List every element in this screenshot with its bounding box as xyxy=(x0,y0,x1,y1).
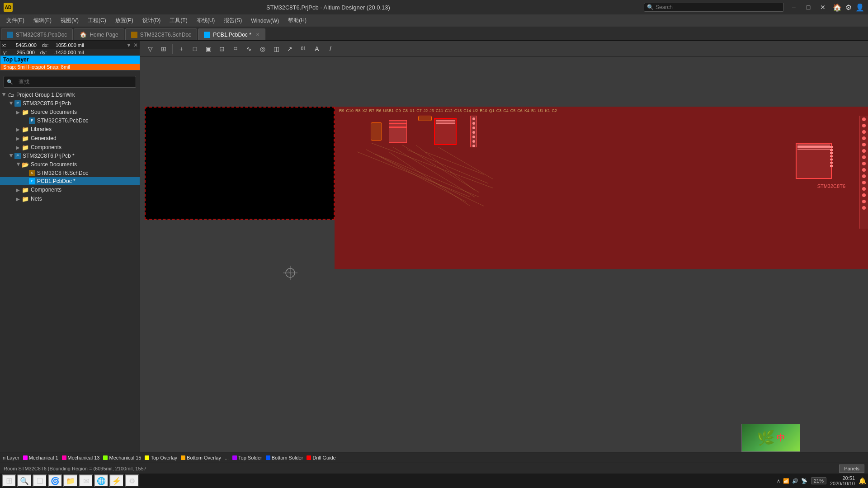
comp-c14: C14 xyxy=(463,108,471,113)
menu-item-h[interactable]: 帮助(H) xyxy=(283,16,311,25)
sidebar: 🔍 ▶ 🗂 Project Group 1.DsnWrk ▶ P STM32C8… xyxy=(0,57,140,463)
notification-button[interactable]: 🔔 xyxy=(859,477,866,484)
canvas-area[interactable]: R9 C10 R8 X2 R7 R6 USB1 C9 C8 X1 C7 J2 J… xyxy=(140,57,868,463)
region-tool[interactable]: ◫ xyxy=(270,42,283,55)
layer-mechanical1[interactable]: Mechanical 1 xyxy=(23,455,58,460)
close-button[interactable]: ✕ xyxy=(816,1,829,14)
pcb-design-area: R9 C10 R8 X2 R7 R6 USB1 C9 C8 X1 C7 J2 J… xyxy=(335,107,868,269)
minimize-button[interactable]: – xyxy=(788,1,800,14)
volume-icon[interactable]: 🔊 xyxy=(792,478,798,484)
tab-schdoc[interactable]: STM32C8T6.SchDoc xyxy=(125,28,197,40)
tree-item-gen1[interactable]: ▶ 📁 Generated xyxy=(0,134,140,143)
mail-button[interactable]: ✉ xyxy=(79,474,93,487)
menu-item-s[interactable]: 报告(S) xyxy=(219,16,246,25)
coords-close-icon[interactable]: ✕ xyxy=(133,42,138,48)
place-tool[interactable]: + xyxy=(175,42,188,55)
settings-icon[interactable]: ⚙ xyxy=(845,3,852,12)
circle-tool[interactable]: ◎ xyxy=(256,42,269,55)
y-coords-row: y: 265.000 dy: -1430.000 mil xyxy=(0,49,140,56)
coords-expand-icon[interactable]: ▼ xyxy=(126,42,132,48)
taskview-button[interactable]: ❑ xyxy=(33,474,47,487)
topoverlay-label: Top Overlay xyxy=(151,455,177,460)
arrow-nets: ▶ xyxy=(16,197,21,202)
layer-bottomoverlay[interactable]: Bottom Overlay xyxy=(181,455,221,460)
taskbar-right: ∧ 📶 🔊 📡 21% 20:51 2020/10/10 🔔 xyxy=(777,475,866,486)
svg-line-5 xyxy=(366,150,466,202)
browser-button[interactable]: 🌐 xyxy=(94,474,108,487)
search-input[interactable] xyxy=(656,4,764,10)
layer-bottomsolder[interactable]: Bottom Solder xyxy=(266,455,303,460)
comp-usb1: USB1 xyxy=(383,108,394,113)
tree-item-projgroup[interactable]: ▶ 🗂 Project Group 1.DsnWrk xyxy=(0,90,140,99)
bottomsolder-dot xyxy=(266,455,270,460)
grid-tool[interactable]: ⊟ xyxy=(216,42,228,55)
pcb1file-icon: P xyxy=(29,178,35,184)
menu-item-v[interactable]: 视图(V) xyxy=(56,16,83,25)
maximize-button[interactable]: □ xyxy=(802,1,815,14)
tree-item-proj2[interactable]: ▶ P STM32C8T6.PrjPcb * xyxy=(0,152,140,160)
tab-pcbdoc1[interactable]: STM32C8T6.PcbDoc xyxy=(1,28,73,40)
network-icon[interactable]: 📶 xyxy=(783,478,789,484)
schdoc1-label: STM32C8T6.SchDoc xyxy=(37,170,88,176)
altium-taskbar-button[interactable]: ⚡ xyxy=(109,474,124,487)
edge-browser-button[interactable]: 🌀 xyxy=(48,474,62,487)
titlebar: AD STM32C8T6.PrjPcb - Altium Designer (2… xyxy=(0,0,868,14)
number-tool[interactable]: 01 xyxy=(297,42,310,55)
svg-line-2 xyxy=(393,147,475,197)
menu-item-d[interactable]: 设计(D) xyxy=(138,16,165,25)
layer-mechanical13[interactable]: Mechanical 13 xyxy=(62,455,100,460)
tree-item-comp1[interactable]: ▶ 📁 Components xyxy=(0,143,140,152)
inspector-tool[interactable]: ⊞ xyxy=(157,42,170,55)
tree-item-libs1[interactable]: ▶ 📁 Libraries xyxy=(0,125,140,134)
menu-item-windoww[interactable]: Window(W) xyxy=(246,17,283,25)
tab-close-icon[interactable]: ✕ xyxy=(256,32,259,37)
start-button[interactable]: ⊞ xyxy=(2,474,16,487)
select-rect-tool[interactable]: □ xyxy=(189,42,201,55)
wave-tool[interactable]: ∿ xyxy=(243,42,255,55)
comp-c6: C6 xyxy=(517,108,523,113)
app-logo-icon: AD xyxy=(4,3,13,12)
tree-item-srcdocs1[interactable]: ▶ 📁 Source Documents xyxy=(0,108,140,117)
layer-topoverlay[interactable]: Top Overlay xyxy=(145,455,177,460)
menu-item-u[interactable]: 布线(U) xyxy=(192,16,220,25)
tab-homepage[interactable]: 🏠 Home Page xyxy=(74,28,124,40)
layer-topsolder[interactable]: Top Solder xyxy=(232,455,262,460)
route-tool[interactable]: ⌗ xyxy=(229,42,242,55)
menu-item-c[interactable]: 工程(C) xyxy=(83,16,111,25)
tree-item-pcb1file[interactable]: ▶ P PCB1.PcbDoc * xyxy=(0,177,140,185)
layer-mechanical15[interactable]: Mechanical 15 xyxy=(103,455,141,460)
filter-tool[interactable]: ▽ xyxy=(144,42,156,55)
home-nav-icon[interactable]: 🏠 xyxy=(833,3,842,12)
altium2-taskbar-button[interactable]: ⚙ xyxy=(125,474,139,487)
tree-item-nets[interactable]: ▶ 📁 Nets xyxy=(0,194,140,203)
tree-item-pcbdoc1[interactable]: ▶ P STM32C8T6.PcbDoc xyxy=(0,117,140,125)
layer-n[interactable]: n Layer xyxy=(3,455,19,460)
search-box[interactable]: 🔍 xyxy=(644,3,784,12)
tree-item-srcdocs2[interactable]: ▶ 📂 Source Documents xyxy=(0,160,140,169)
tab-pcb1[interactable]: PCB1.PcbDoc * ✕ xyxy=(198,28,265,40)
user-icon[interactable]: 👤 xyxy=(855,3,864,12)
layer-drillguide[interactable]: Drill Guide xyxy=(307,455,335,460)
line-tool[interactable]: / xyxy=(324,42,337,55)
text-tool[interactable]: A xyxy=(311,42,323,55)
tree-item-proj1[interactable]: ▶ P STM32C8T6.PrjPcb xyxy=(0,99,140,108)
wifi-icon[interactable]: 📡 xyxy=(801,478,807,484)
comp-j2: J2 xyxy=(424,108,428,113)
tree-item-comp2[interactable]: ▶ 📁 Components xyxy=(0,185,140,194)
libs1-label: Libraries xyxy=(31,126,52,132)
comp-k1: K1 xyxy=(545,108,550,113)
menu-item-e[interactable]: 编辑(E) xyxy=(29,16,56,25)
menu-item-e[interactable]: 文件(E) xyxy=(2,16,29,25)
comp-x2: X2 xyxy=(363,108,368,113)
panels-button[interactable]: Panels xyxy=(839,465,864,473)
menu-item-p[interactable]: 放置(P) xyxy=(111,16,138,25)
menu-item-t[interactable]: 工具(T) xyxy=(165,16,192,25)
file-explorer-button[interactable]: 📁 xyxy=(63,474,78,487)
taskbar-search-button[interactable]: 🔍 xyxy=(17,474,32,487)
sidebar-search-input[interactable] xyxy=(15,77,114,86)
tray-up-icon[interactable]: ∧ xyxy=(777,478,780,484)
arrow-tool[interactable]: ↗ xyxy=(283,42,296,55)
datetime-display[interactable]: 20:51 2020/10/10 xyxy=(830,475,855,486)
tree-item-schdoc1[interactable]: ▶ S STM32C8T6.SchDoc xyxy=(0,169,140,177)
chart-tool[interactable]: ▣ xyxy=(202,42,215,55)
